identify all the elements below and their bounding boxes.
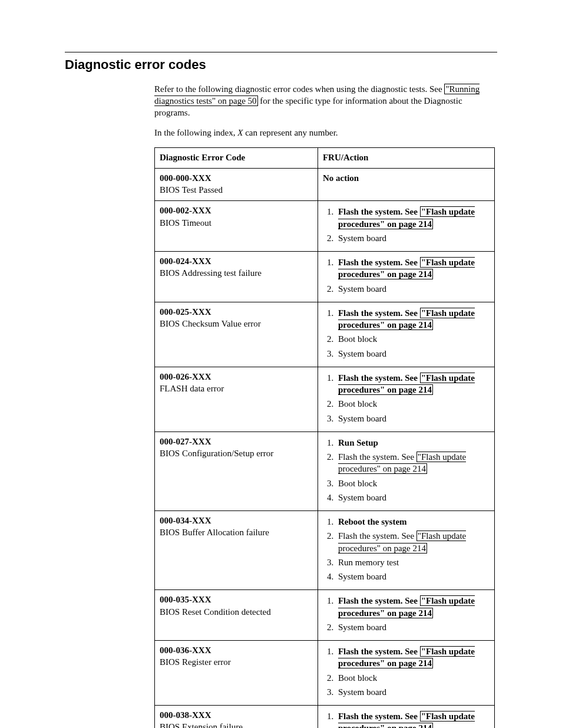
action-flash-text: Flash the system. See "Flash update proc… bbox=[338, 531, 466, 553]
intro-text-a: Refer to the following diagnostic error … bbox=[154, 84, 444, 94]
error-code: 000-034-XXX bbox=[160, 516, 211, 525]
action-text: Boot block bbox=[338, 673, 377, 683]
error-code-cell: 000-036-XXXBIOS Register error bbox=[155, 641, 318, 706]
action-list: Flash the system. See "Flash update proc… bbox=[323, 206, 490, 244]
action-list: Flash the system. See "Flash update proc… bbox=[323, 307, 490, 360]
action-flash-text: Flash the system. See "Flash update proc… bbox=[338, 308, 475, 330]
action-item: Flash the system. See "Flash update proc… bbox=[336, 451, 490, 475]
action-cell: Flash the system. See "Flash update proc… bbox=[318, 302, 494, 367]
action-item: System board bbox=[336, 686, 490, 698]
action-item: Flash the system. See "Flash update proc… bbox=[336, 372, 490, 396]
table-row: 000-038-XXXBIOS Extension failureFlash t… bbox=[155, 706, 495, 728]
table-row: 000-000-XXXBIOS Test PassedNo action bbox=[155, 168, 495, 201]
action-text: System board bbox=[338, 414, 386, 423]
error-code-cell: 000-000-XXXBIOS Test Passed bbox=[155, 168, 318, 201]
action-text: Boot block bbox=[338, 479, 377, 488]
error-code: 000-027-XXX bbox=[160, 437, 211, 446]
action-list: Reboot the systemFlash the system. See "… bbox=[323, 516, 490, 582]
action-flash-text: Flash the system. See "Flash update proc… bbox=[338, 452, 466, 474]
action-item: Flash the system. See "Flash update proc… bbox=[336, 256, 490, 281]
action-text: Boot block bbox=[338, 399, 377, 409]
table-row: 000-025-XXXBIOS Checksum Value errorFlas… bbox=[155, 302, 495, 367]
action-text: System board bbox=[338, 233, 386, 243]
action-item: Run memory test bbox=[336, 556, 490, 568]
action-text: Run Setup bbox=[338, 438, 378, 447]
error-desc: BIOS Configuration/Setup error bbox=[160, 449, 273, 458]
error-desc: BIOS Register error bbox=[160, 657, 231, 667]
col-header-code: Diagnostic Error Code bbox=[155, 147, 318, 168]
action-item: System board bbox=[336, 621, 490, 633]
action-list: Flash the system. See "Flash update proc… bbox=[323, 710, 490, 728]
index-note: In the following index, X can represent … bbox=[154, 127, 495, 139]
action-item: Flash the system. See "Flash update proc… bbox=[336, 645, 490, 670]
action-text: System board bbox=[338, 493, 386, 502]
error-code-cell: 000-026-XXXFLASH data error bbox=[155, 367, 318, 431]
action-flash-text: Flash the system. See "Flash update proc… bbox=[338, 257, 475, 279]
action-item: System board bbox=[336, 232, 490, 244]
action-cell: Flash the system. See "Flash update proc… bbox=[318, 252, 494, 302]
note-pre: In the following index, bbox=[154, 128, 237, 137]
action-text: Reboot the system bbox=[338, 517, 407, 526]
action-flash-pre: Flash the system. See bbox=[338, 207, 420, 216]
error-code: 000-000-XXX bbox=[160, 173, 211, 183]
error-desc: BIOS Buffer Allocation failure bbox=[160, 528, 269, 537]
action-flash-text: Flash the system. See "Flash update proc… bbox=[338, 206, 475, 229]
action-cell: No action bbox=[318, 168, 494, 201]
error-code: 000-002-XXX bbox=[160, 206, 211, 215]
error-desc: FLASH data error bbox=[160, 384, 224, 393]
action-text: Boot block bbox=[338, 334, 377, 344]
action-list: Flash the system. See "Flash update proc… bbox=[323, 645, 490, 698]
action-flash-text: Flash the system. See "Flash update proc… bbox=[338, 646, 475, 668]
action-item: Flash the system. See "Flash update proc… bbox=[336, 530, 490, 554]
table-row: 000-036-XXXBIOS Register errorFlash the … bbox=[155, 641, 495, 706]
error-desc: BIOS Test Passed bbox=[160, 185, 223, 195]
error-code-cell: 000-027-XXXBIOS Configuration/Setup erro… bbox=[155, 431, 318, 510]
action-cell: Flash the system. See "Flash update proc… bbox=[318, 367, 494, 431]
action-item: Reboot the system bbox=[336, 516, 490, 528]
error-code-cell: 000-038-XXXBIOS Extension failure bbox=[155, 706, 318, 728]
action-text: System board bbox=[338, 572, 386, 581]
error-code-cell: 000-002-XXXBIOS Timeout bbox=[155, 201, 318, 252]
action-item: System board bbox=[336, 571, 490, 582]
action-item: Run Setup bbox=[336, 437, 490, 449]
error-code: 000-026-XXX bbox=[160, 372, 211, 381]
action-text: No action bbox=[323, 173, 359, 183]
action-list: Run SetupFlash the system. See "Flash up… bbox=[323, 437, 490, 503]
action-text: System board bbox=[338, 284, 386, 294]
action-item: System board bbox=[336, 283, 490, 295]
action-flash-pre: Flash the system. See bbox=[338, 258, 420, 267]
table-row: 000-027-XXXBIOS Configuration/Setup erro… bbox=[155, 431, 495, 510]
action-item: Boot block bbox=[336, 333, 490, 345]
action-item: Flash the system. See "Flash update proc… bbox=[336, 595, 490, 619]
error-desc: BIOS Extension failure bbox=[160, 722, 243, 728]
action-text: Run memory test bbox=[338, 558, 399, 567]
action-cell: Reboot the systemFlash the system. See "… bbox=[318, 511, 494, 590]
section-title: Diagnostic error codes bbox=[65, 56, 497, 74]
action-list: Flash the system. See "Flash update proc… bbox=[323, 372, 490, 424]
action-text: System board bbox=[338, 349, 386, 358]
action-flash-pre: Flash the system. See bbox=[338, 308, 420, 318]
action-item: Flash the system. See "Flash update proc… bbox=[336, 206, 490, 230]
action-flash-pre: Flash the system. See bbox=[338, 531, 416, 541]
action-cell: Flash the system. See "Flash update proc… bbox=[318, 201, 494, 252]
action-item: Boot block bbox=[336, 672, 490, 684]
action-flash-pre: Flash the system. See bbox=[338, 647, 420, 656]
action-text: System board bbox=[338, 687, 386, 697]
action-flash-pre: Flash the system. See bbox=[338, 452, 416, 462]
action-flash-text: Flash the system. See "Flash update proc… bbox=[338, 595, 475, 618]
diagnostic-table: Diagnostic Error Code FRU/Action 000-000… bbox=[154, 147, 495, 728]
error-code-cell: 000-025-XXXBIOS Checksum Value error bbox=[155, 302, 318, 367]
action-flash-pre: Flash the system. See bbox=[338, 711, 420, 721]
error-code-cell: 000-024-XXXBIOS Addressing test failure bbox=[155, 252, 318, 302]
error-code: 000-024-XXX bbox=[160, 256, 211, 266]
action-list: Flash the system. See "Flash update proc… bbox=[323, 256, 490, 295]
action-item: Flash the system. See "Flash update proc… bbox=[336, 710, 490, 728]
table-row: 000-024-XXXBIOS Addressing test failureF… bbox=[155, 252, 495, 302]
top-rule bbox=[65, 52, 497, 52]
note-post: can represent any number. bbox=[243, 128, 338, 137]
table-row: 000-035-XXXBIOS Reset Condition detected… bbox=[155, 590, 495, 641]
action-flash-pre: Flash the system. See bbox=[338, 373, 420, 383]
action-flash-text: Flash the system. See "Flash update proc… bbox=[338, 711, 475, 728]
action-cell: Flash the system. See "Flash update proc… bbox=[318, 641, 494, 706]
table-header-row: Diagnostic Error Code FRU/Action bbox=[155, 147, 495, 168]
